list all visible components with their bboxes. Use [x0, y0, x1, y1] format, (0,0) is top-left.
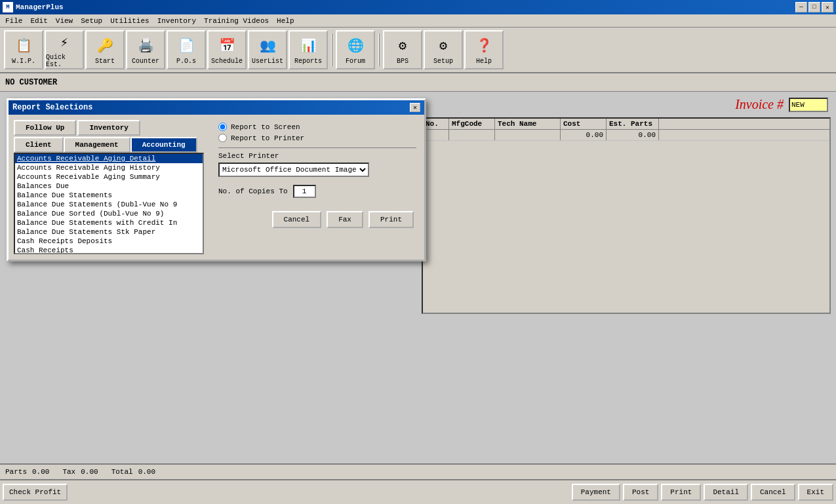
quickest-label: Quick Est.: [46, 54, 83, 68]
setup-label: Setup: [433, 58, 453, 65]
wip-label: W.I.P.: [12, 58, 35, 65]
list-item[interactable]: Balance Due Statements Stk Paper: [15, 227, 203, 237]
print-button[interactable]: Print: [661, 484, 701, 501]
bps-icon: ⚙️: [392, 35, 413, 56]
radio-printer-row: Report to Printer: [218, 134, 416, 142]
list-item[interactable]: Cash Receipts: [15, 246, 203, 254]
printer-select[interactable]: Microsoft Office Document Image: [218, 163, 369, 177]
toolbar: 📋 W.I.P. ⚡ Quick Est. 🔑 Start 🖨️ Counter…: [0, 28, 836, 73]
radio-screen[interactable]: [218, 123, 227, 131]
app-title: ManagerPlus: [16, 3, 64, 11]
check-profit-button[interactable]: Check Profit: [3, 484, 68, 501]
toolbar-schedule[interactable]: 📅 Schedule: [207, 30, 247, 69]
toolbar-help[interactable]: ❓ Help: [464, 30, 504, 69]
fax-button[interactable]: Fax: [327, 211, 363, 228]
parts-value: 0.00: [32, 468, 49, 476]
toolbar-wip[interactable]: 📋 W.I.P.: [4, 30, 43, 69]
toolbar-separator: [331, 33, 332, 66]
menu-utilities[interactable]: Utilities: [106, 16, 153, 26]
post-button[interactable]: Post: [623, 484, 658, 501]
menu-training[interactable]: Training Videos: [200, 16, 273, 26]
wip-icon: 📋: [13, 35, 34, 56]
bps-label: BPS: [397, 58, 408, 65]
list-item[interactable]: Accounts Receivable Aging Detail: [15, 154, 203, 163]
toolbar-reports[interactable]: 📊 Reports: [289, 30, 328, 69]
modal-right-panel: Report to Screen Report to Printer Selec…: [216, 120, 419, 254]
output-type-group: Report to Screen Report to Printer: [218, 123, 416, 142]
tab-followup[interactable]: Follow Up: [14, 120, 76, 136]
menu-file[interactable]: File: [1, 16, 26, 26]
modal-title: Report Selections: [12, 103, 92, 112]
reports-label: Reports: [294, 58, 322, 65]
toolbar-bps[interactable]: ⚙️ BPS: [383, 30, 422, 69]
tabs-row1: Follow Up Inventory: [14, 120, 210, 136]
main-area: Report Selections ✕ Follow Up Inventory …: [0, 92, 836, 463]
menu-view[interactable]: View: [52, 16, 77, 26]
toolbar-counter[interactable]: 🖨️ Counter: [126, 30, 165, 69]
forum-icon: 🌐: [345, 35, 366, 56]
menu-setup[interactable]: Setup: [77, 16, 106, 26]
list-item[interactable]: Balance Due Statements: [15, 191, 203, 200]
parts-label: Parts: [5, 468, 27, 476]
radio-printer[interactable]: [218, 134, 227, 142]
pos-icon: 📄: [176, 35, 197, 56]
radio-screen-label: Report to Screen: [231, 123, 300, 131]
userlist-icon: 👥: [257, 35, 278, 56]
bottom-bar: Check Profit Payment Post Print Detail C…: [0, 479, 836, 504]
menu-inventory[interactable]: Inventory: [153, 16, 200, 26]
setup-icon: ⚙️: [433, 35, 454, 56]
exit-button[interactable]: Exit: [798, 484, 833, 501]
cancel-button[interactable]: Cancel: [751, 484, 795, 501]
toolbar-start[interactable]: 🔑 Start: [85, 30, 125, 69]
menu-help[interactable]: Help: [273, 16, 298, 26]
payment-button[interactable]: Payment: [572, 484, 620, 501]
toolbar-setup[interactable]: ⚙️ Setup: [424, 30, 463, 69]
toolbar-userlist[interactable]: 👥 UserList: [248, 30, 287, 69]
list-item[interactable]: Accounts Receivable Aging History: [15, 163, 203, 172]
list-item[interactable]: Accounts Receivable Aging Summary: [15, 172, 203, 182]
cancel-button[interactable]: Cancel: [272, 211, 322, 228]
close-button[interactable]: ✕: [822, 2, 833, 12]
list-item[interactable]: Balance Due Statements with Credit In: [15, 218, 203, 227]
quickest-icon: ⚡: [54, 31, 75, 52]
toolbar-quickest[interactable]: ⚡ Quick Est.: [45, 30, 84, 69]
detail-button[interactable]: Detail: [704, 484, 748, 501]
tab-accounting[interactable]: Accounting: [130, 137, 197, 153]
copies-input[interactable]: [293, 185, 316, 198]
customer-label: NO CUSTOMER: [5, 78, 57, 87]
app-icon: M: [3, 2, 13, 12]
tabs-row2: Client Management Accounting: [14, 137, 210, 153]
total-label: Total: [111, 468, 133, 476]
divider: [218, 147, 416, 148]
modal-title-bar: Report Selections ✕: [9, 100, 424, 115]
start-icon: 🔑: [94, 35, 115, 56]
menu-edit[interactable]: Edit: [26, 16, 51, 26]
help-label: Help: [476, 58, 492, 65]
parts-status: Parts 0.00: [5, 468, 49, 476]
radio-screen-row: Report to Screen: [218, 123, 416, 131]
list-item[interactable]: Balance Due Statements (Dubl-Vue No 9: [15, 200, 203, 209]
tab-group: Follow Up Inventory Client Management Ac…: [14, 120, 210, 254]
tab-client[interactable]: Client: [14, 137, 64, 153]
list-item[interactable]: Balances Due: [15, 182, 203, 191]
modal-close-button[interactable]: ✕: [410, 103, 420, 112]
tab-management[interactable]: Management: [64, 137, 130, 153]
report-list[interactable]: Accounts Receivable Aging Detail Account…: [14, 153, 204, 254]
pos-label: P.O.s: [176, 58, 196, 65]
toolbar-forum[interactable]: 🌐 Forum: [336, 30, 375, 69]
schedule-icon: 📅: [216, 35, 237, 56]
counter-label: Counter: [132, 58, 159, 65]
tab-inventory[interactable]: Inventory: [77, 120, 140, 136]
total-value: 0.00: [138, 468, 155, 476]
toolbar-pos[interactable]: 📄 P.O.s: [167, 30, 206, 69]
maximize-button[interactable]: □: [808, 2, 820, 12]
schedule-label: Schedule: [211, 58, 243, 65]
list-item[interactable]: Cash Receipts Deposits: [15, 237, 203, 246]
list-item[interactable]: Balance Due Sorted (Dubl-Vue No 9): [15, 209, 203, 218]
tax-value: 0.00: [81, 468, 98, 476]
copies-row: No. of Copies To: [218, 185, 416, 198]
modal-body: Follow Up Inventory Client Management Ac…: [9, 115, 424, 260]
minimize-button[interactable]: ─: [795, 2, 807, 12]
reports-icon: 📊: [298, 35, 319, 56]
print-button[interactable]: Print: [368, 211, 414, 228]
